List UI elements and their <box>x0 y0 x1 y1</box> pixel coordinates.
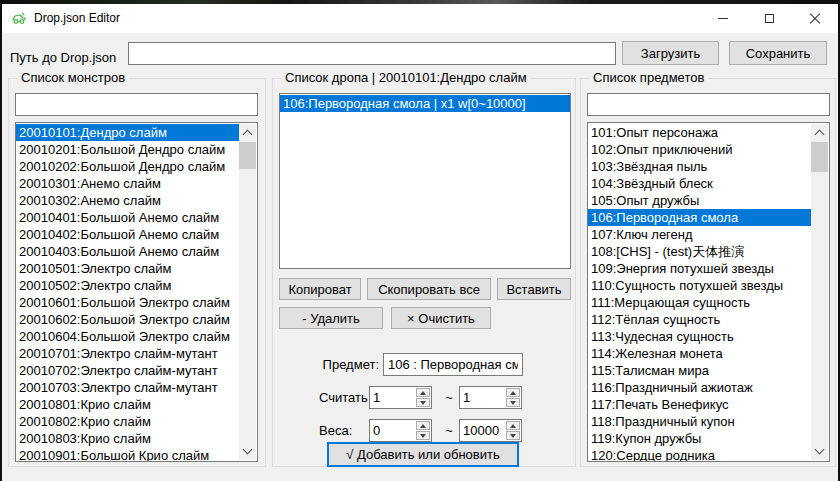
list-item[interactable]: 20010602:Большой Электро слайм <box>16 311 240 328</box>
list-item[interactable]: 20010401:Большой Анемо слайм <box>16 209 240 226</box>
list-item[interactable]: 112:Тёплая сущность <box>588 311 812 328</box>
list-item[interactable]: 20010802:Крио слайм <box>16 413 240 430</box>
scroll-up-button[interactable] <box>811 124 828 141</box>
list-item[interactable]: 20010402:Большой Анемо слайм <box>16 226 240 243</box>
list-item[interactable]: 109:Энергия потухшей звезды <box>588 260 812 277</box>
drops-listbox: 106:Первородная смола | x1 w[0~10000] <box>279 93 571 269</box>
list-item[interactable]: 103:Звёздная пыль <box>588 158 812 175</box>
load-button[interactable]: Загрузить <box>622 41 719 65</box>
app-icon <box>11 10 27 26</box>
count-min-stepper[interactable] <box>369 386 432 409</box>
list-item[interactable]: 20010701:Электро слайм-мутант <box>16 345 240 362</box>
weight-max-down-button[interactable] <box>506 431 520 440</box>
weight-range-tilde: ~ <box>441 419 457 442</box>
list-item[interactable]: 120:Сердце родника <box>588 447 812 462</box>
list-item[interactable]: 117:Печать Венефикус <box>588 396 812 413</box>
clear-button[interactable]: × Очистить <box>391 307 491 329</box>
scroll-thumb[interactable] <box>239 142 256 169</box>
list-item[interactable]: 20010302:Анемо слайм <box>16 192 240 209</box>
count-min-up-button[interactable] <box>416 388 430 397</box>
weight-min-down-button[interactable] <box>416 431 430 440</box>
minimize-icon <box>718 18 728 19</box>
list-item[interactable]: 107:Ключ легенд <box>588 226 812 243</box>
item-input[interactable] <box>383 353 523 376</box>
list-item[interactable]: 116:Праздничный ажиотаж <box>588 379 812 396</box>
spin-up-icon <box>420 391 426 395</box>
scroll-up-button[interactable] <box>239 124 256 141</box>
minimize-button[interactable] <box>700 4 746 33</box>
weight-max-input[interactable] <box>460 420 512 441</box>
add-or-update-button[interactable]: √ Добавить или обновить <box>327 442 519 467</box>
list-item[interactable]: 20010803:Крио слайм <box>16 430 240 447</box>
list-item[interactable]: 20010702:Электро слайм-мутант <box>16 362 240 379</box>
list-item[interactable]: 105:Опыт дружбы <box>588 192 812 209</box>
list-item[interactable]: 114:Железная монета <box>588 345 812 362</box>
item-label: Предмет: <box>273 353 379 376</box>
count-max-stepper[interactable] <box>459 386 522 409</box>
items-scrollbar[interactable] <box>811 124 828 460</box>
save-button[interactable]: Сохранить <box>729 41 827 65</box>
items-filter-input[interactable] <box>587 93 830 116</box>
close-icon <box>809 13 821 25</box>
count-range-tilde: ~ <box>441 386 457 409</box>
paste-button[interactable]: Вставить <box>497 278 571 300</box>
list-item[interactable]: 106:Первородная смола | x1 w[0~10000] <box>280 95 570 112</box>
titlebar[interactable]: Drop.json Editor <box>2 4 838 33</box>
list-item[interactable]: 119:Купон дружбы <box>588 430 812 447</box>
close-button[interactable] <box>792 4 838 33</box>
list-item[interactable]: 20010403:Большой Анемо слайм <box>16 243 240 260</box>
drops-group-title: Список дропа | 20010101:Дендро слайм <box>281 70 531 85</box>
list-item[interactable]: 20010202:Большой Дендро слайм <box>16 158 240 175</box>
list-item[interactable]: 20010801:Крио слайм <box>16 396 240 413</box>
list-item[interactable]: 20010901:Большой Крио слайм <box>16 447 240 462</box>
list-item[interactable]: 102:Опыт приключений <box>588 141 812 158</box>
scroll-thumb[interactable] <box>811 142 828 172</box>
count-max-up-button[interactable] <box>506 388 520 397</box>
scroll-down-button[interactable] <box>811 443 828 460</box>
weight-min-stepper[interactable] <box>369 419 432 442</box>
scroll-down-button[interactable] <box>239 443 256 460</box>
list-item[interactable]: 20010201:Большой Дендро слайм <box>16 141 240 158</box>
app-window: Drop.json Editor Путь до Drop.json Загру… <box>2 4 838 481</box>
list-item[interactable]: 115:Талисман мира <box>588 362 812 379</box>
items-list: 101:Опыт персонажа102:Опыт приключений10… <box>588 124 812 461</box>
count-min-down-button[interactable] <box>416 398 430 407</box>
copy-all-button[interactable]: Скопировать все <box>367 278 491 300</box>
weight-min-input[interactable] <box>370 420 422 441</box>
list-item[interactable]: 118:Праздничный купон <box>588 413 812 430</box>
monsters-group-title: Список монстров <box>17 70 129 85</box>
list-item[interactable]: 110:Сущность потухшей звезды <box>588 277 812 294</box>
maximize-button[interactable] <box>746 4 792 33</box>
list-item[interactable]: 20010604:Большой Электро слайм <box>16 328 240 345</box>
monsters-filter-input[interactable] <box>15 93 258 116</box>
monsters-listbox: 20010101:Дендро слайм20010201:Большой Де… <box>15 122 258 462</box>
list-item[interactable]: 20010502:Электро слайм <box>16 277 240 294</box>
list-item[interactable]: 111:Мерцающая сущность <box>588 294 812 311</box>
list-item[interactable]: 20010601:Большой Электро слайм <box>16 294 240 311</box>
items-group: Список предметов 101:Опыт персонажа102:О… <box>580 78 836 467</box>
weight-min-up-button[interactable] <box>416 421 430 430</box>
path-input[interactable] <box>128 42 616 65</box>
list-item[interactable]: 101:Опыт персонажа <box>588 124 812 141</box>
list-item[interactable]: 113:Чудесная сущность <box>588 328 812 345</box>
monsters-group: Список монстров 20010101:Дендро слайм200… <box>8 78 266 467</box>
count-max-down-button[interactable] <box>506 398 520 407</box>
count-max-input[interactable] <box>460 387 512 408</box>
count-min-input[interactable] <box>370 387 422 408</box>
weight-max-up-button[interactable] <box>506 421 520 430</box>
list-item[interactable]: 20010703:Электро слайм-мутант <box>16 379 240 396</box>
delete-button[interactable]: - Удалить <box>279 307 383 329</box>
chevron-down-icon <box>243 445 253 455</box>
list-item[interactable]: 104:Звёздный блеск <box>588 175 812 192</box>
list-item[interactable]: 108:[CHS] - (test)天体推演 <box>588 243 812 260</box>
monsters-scrollbar[interactable] <box>239 124 256 460</box>
list-item[interactable]: 20010501:Электро слайм <box>16 260 240 277</box>
drops-group: Список дропа | 20010101:Дендро слайм 106… <box>272 78 576 467</box>
weight-max-stepper[interactable] <box>459 419 522 442</box>
monsters-list: 20010101:Дендро слайм20010201:Большой Де… <box>16 124 240 461</box>
copy-button[interactable]: Копироват <box>279 278 361 300</box>
list-item[interactable]: 20010301:Анемо слайм <box>16 175 240 192</box>
list-item[interactable]: 20010101:Дендро слайм <box>16 124 240 141</box>
spin-down-icon <box>510 434 516 438</box>
list-item[interactable]: 106:Первородная смола <box>588 209 812 226</box>
